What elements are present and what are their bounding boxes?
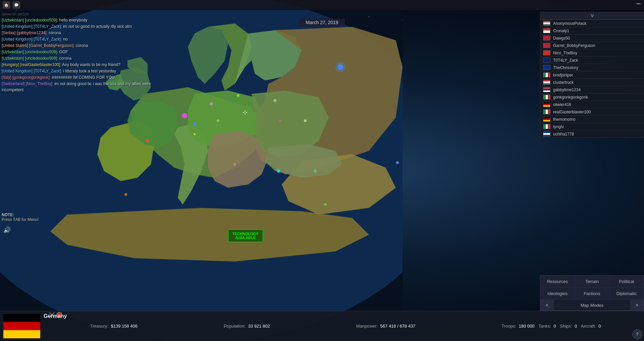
chat-message: [Hungary] [realGasterblaster100]: Any bo…	[2, 62, 159, 68]
stat-troops: Troops: 180 000 Tanks: 0 Ships: 0 Aircra…	[501, 324, 601, 329]
player-row[interactable]: T0T4LY_Zack	[540, 57, 644, 64]
player-flag	[543, 43, 550, 48]
svg-point-17	[314, 170, 317, 172]
svg-point-26	[335, 62, 345, 72]
player-name: Nico_TheBoy	[553, 51, 577, 55]
map-mode-ideologies[interactable]: Ideologies	[540, 288, 575, 299]
player-name: clustertruck	[553, 80, 574, 85]
chat-message: [Uzbekistan] [uncledoodoo509]: hello eve…	[2, 17, 159, 23]
player-name: TheChrisstory	[553, 65, 578, 70]
aircraft-value: 0	[598, 324, 601, 329]
chat-message: [United States] [Garret_BobbyFerguson]: …	[2, 43, 159, 49]
stat-treasury: Treasury: $139 158 406	[90, 324, 138, 329]
bottom-stats: Treasury: $139 158 406 Population: 33 92…	[44, 324, 644, 329]
player-name: oliwier416	[553, 102, 571, 107]
player-flag	[543, 117, 550, 122]
chat-panel: Server ID: cbc109 [Uzbekistan] [uncledoo…	[2, 12, 159, 93]
chat-icon[interactable]: 💬	[13, 1, 20, 9]
player-flag	[543, 36, 550, 41]
ships-value: 0	[575, 324, 577, 329]
player-flag	[543, 95, 550, 100]
chat-message: [Switzerland] [Nico_TheBoy]: im not doin…	[2, 81, 159, 93]
player-row[interactable]: realGasterblaster100	[540, 108, 644, 116]
player-flag	[543, 102, 550, 107]
map-mode-factions[interactable]: Factions	[575, 288, 609, 299]
svg-point-10	[210, 102, 213, 106]
help-button[interactable]: ?	[632, 329, 642, 339]
player-flag	[543, 65, 550, 70]
troops-label: Troops:	[501, 324, 516, 329]
map-modes-next[interactable]: >	[630, 300, 644, 310]
map-mode-terrain[interactable]: Terrain	[575, 276, 609, 287]
player-name: T0T4LY_Zack	[553, 58, 578, 63]
map-modes-prev[interactable]: <	[540, 300, 554, 310]
svg-point-22	[324, 203, 327, 206]
chat-message: [United Kingdom] [T0T4LY_Zack]: i litter…	[2, 68, 159, 74]
chat-message: [Italy] [gonkgonkgonkgonk]: ######### IM…	[2, 74, 159, 80]
svg-point-16	[277, 169, 280, 173]
tanks-label: Tanks:	[538, 324, 551, 329]
player-row[interactable]: AnonymousPolack	[540, 20, 644, 27]
player-name: AnonymousPolack	[553, 21, 586, 26]
player-row[interactable]: TheChrisstory	[540, 64, 644, 71]
player-name: uchiha1778	[553, 132, 574, 136]
player-row[interactable]: clustertruck	[540, 79, 644, 86]
player-rows: AnonymousPolackCronaly1Dawgs50Garret_Bob…	[540, 20, 644, 138]
player-list-panel: V AnonymousPolackCronaly1Dawgs50Garret_B…	[540, 12, 644, 138]
player-flag	[543, 72, 550, 77]
player-name: gonkgonkgonkgonk	[553, 95, 588, 100]
map-mode-diplomatic[interactable]: Diplomatic	[609, 288, 644, 299]
treasury-label: Treasury:	[90, 324, 108, 329]
chat-message: [United Kingdom] [T0T4LY_Zack]: no	[2, 36, 159, 42]
ships-label: Ships:	[560, 324, 572, 329]
svg-point-24	[279, 119, 281, 122]
bottom-bar: Germany Treasury: $139 158 406 Populatio…	[0, 311, 644, 341]
player-name: Cronaly1	[553, 29, 569, 33]
player-flag	[543, 50, 550, 55]
population-label: Population:	[224, 324, 246, 329]
player-list-header: V	[540, 12, 644, 20]
note-label: NOTE:	[2, 213, 39, 217]
more-options-icon[interactable]: •••	[636, 2, 641, 6]
technology-available-badge[interactable]: TECHNOLOGY AVAILABLE	[228, 229, 263, 242]
map-mode-resources[interactable]: Resources	[540, 276, 575, 287]
player-flag	[543, 109, 550, 114]
player-row[interactable]: Cronaly1	[540, 27, 644, 35]
sound-toggle[interactable]: 🔊	[3, 226, 11, 234]
player-row[interactable]: Nico_TheBoy	[540, 49, 644, 57]
manpower-value: 567 418 / 678 437	[380, 324, 416, 329]
tanks-value: 0	[553, 324, 556, 329]
player-flag	[543, 87, 550, 92]
home-icon[interactable]: 🏠	[3, 1, 10, 9]
map-modes-panel: Resources Terrain Political Ideologies F…	[540, 275, 644, 311]
player-name: Garret_BobbyFerguson	[553, 43, 595, 48]
server-id: Server ID: cbc109	[2, 12, 159, 17]
player-row[interactable]: oliwier416	[540, 101, 644, 108]
player-row[interactable]: brodjsniper	[540, 71, 644, 79]
player-flag	[543, 21, 550, 26]
player-name: themomomo	[553, 117, 576, 122]
player-name: gabbytime1234	[553, 88, 581, 92]
country-flag	[3, 314, 40, 338]
svg-point-4	[369, 16, 369, 17]
svg-point-21	[124, 193, 127, 196]
chat-messages: [Uzbekistan] [uncledoodoo509]: hello eve…	[2, 17, 159, 93]
manpower-label: Manpower:	[356, 324, 378, 329]
player-row[interactable]: themomomo	[540, 116, 644, 123]
player-row[interactable]: uchiha1778	[540, 130, 644, 138]
top-bar: 🏠 💬 •••	[0, 0, 644, 10]
tech-label: TECHNOLOGY AVAILABLE	[232, 232, 259, 240]
stat-manpower: Manpower: 567 418 / 678 437	[356, 324, 416, 329]
player-row[interactable]: tyngtv	[540, 123, 644, 130]
map-mode-political[interactable]: Political	[609, 276, 644, 287]
player-row[interactable]: gonkgonkgonkgonk	[540, 94, 644, 101]
map-modes-row2: Ideologies Factions Diplomatic	[540, 288, 644, 300]
note-text: Press TAB for Menu!	[2, 217, 39, 222]
player-row[interactable]: Dawgs50	[540, 35, 644, 42]
treasury-value: $139 158 406	[111, 324, 138, 329]
player-row[interactable]: Garret_BobbyFerguson	[540, 42, 644, 49]
svg-point-23	[396, 161, 399, 164]
chat-message: [Serbia] [gabbytime1234]: corona	[2, 30, 159, 36]
svg-point-11	[237, 94, 239, 97]
player-row[interactable]: gabbytime1234	[540, 86, 644, 94]
